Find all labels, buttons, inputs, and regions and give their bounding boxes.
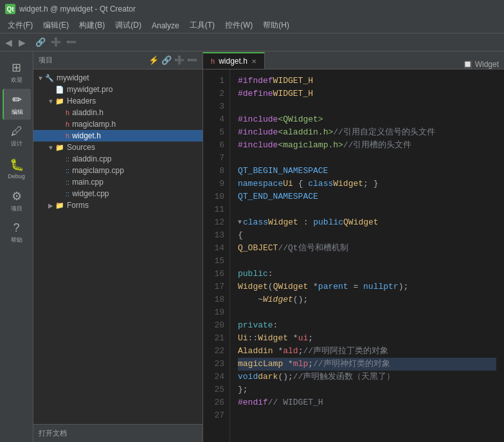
menu-item-d[interactable]: 调试(D)	[110, 19, 147, 32]
line-num-20: 20	[203, 319, 224, 332]
menu-item-w[interactable]: 控件(W)	[220, 19, 258, 32]
tab-close-btn[interactable]: ✕	[251, 58, 256, 65]
file-tree-header: 项目 ⚡ 🔗 ➕ ➖	[33, 51, 203, 69]
tree-item-aladdin_h[interactable]: h aladdin.h	[33, 107, 203, 118]
code-line-15	[238, 255, 496, 268]
toolbar-minus[interactable]: ➖	[64, 35, 78, 50]
nav-back[interactable]: ◀	[3, 36, 15, 49]
tree-file-icon-magiclamp.cpp: ::	[66, 167, 69, 174]
menu-item-t[interactable]: 工具(T)	[184, 19, 220, 32]
tree-label-aladdin.cpp: aladdin.cpp	[72, 154, 111, 163]
tree-item-magiclamp_cpp[interactable]: :: magiclamp.cpp	[33, 165, 203, 176]
tree-item-main_cpp[interactable]: :: main.cpp	[33, 176, 203, 188]
sidebar-btn-design[interactable]: 🖊设计	[3, 121, 31, 152]
right-panel-label: Widget	[475, 60, 499, 69]
code-line-25: };	[238, 383, 496, 396]
code-content[interactable]: #ifndef WIDGET_H#define WIDGET_H #includ…	[230, 69, 504, 442]
sidebar-btn-help[interactable]: ?帮助	[3, 217, 31, 248]
menu-item-b[interactable]: 构建(B)	[74, 19, 110, 32]
tree-label-widget.cpp: widget.cpp	[72, 189, 109, 198]
tree-arrow-Headers: ▼	[46, 98, 55, 105]
tree-item-mywidget[interactable]: ▼ 🔧 mywidget	[33, 72, 203, 84]
toolbar-link[interactable]: 🔗	[33, 35, 48, 50]
line-num-10: 10	[203, 190, 224, 203]
toolbar-icons: 🔗 ➕ ➖	[33, 35, 78, 50]
code-line-4: #include <QWidget>	[238, 113, 496, 126]
tree-arrow-mywidget: ▼	[36, 75, 45, 82]
editor-area: h widget.h ✕ 🔲 Widget 123456789101112131…	[203, 51, 504, 442]
line-num-24: 24	[203, 371, 224, 383]
sidebar-icon-welcome: ⊞	[12, 60, 21, 75]
tree-file-icon-mywidget: 🔧	[45, 74, 54, 82]
code-line-14: Q_OBJECT//Qt信号和槽机制	[238, 242, 496, 255]
menu-item-h[interactable]: 帮助(H)	[258, 19, 294, 32]
code-line-21: Ui::Widget *ui;	[238, 332, 496, 345]
link-icon[interactable]: 🔗	[161, 55, 172, 65]
line-num-18: 18	[203, 293, 224, 306]
sidebar-btn-project[interactable]: ⚙项目	[3, 185, 31, 216]
code-line-19	[238, 306, 496, 319]
tree-item-Forms[interactable]: ▶ 📁 Forms	[33, 199, 203, 211]
tree-arrow-Forms: ▶	[46, 202, 55, 209]
line-num-2: 2	[203, 87, 224, 100]
line-num-9: 9	[203, 178, 224, 190]
line-num-1: 1	[203, 75, 224, 87]
tree-label-Sources: Sources	[67, 143, 95, 152]
sidebar-label-edit: 编辑	[12, 108, 23, 116]
code-line-3	[238, 100, 496, 113]
tree-file-icon-widget.h: h	[66, 132, 69, 140]
nav-forward[interactable]: ▶	[16, 36, 28, 49]
add-icon[interactable]: ➕	[174, 55, 184, 65]
menu-item-f[interactable]: 文件(F)	[3, 19, 38, 32]
right-panel-icon: 🔲	[463, 60, 473, 69]
tree-item-Sources[interactable]: ▼ 📁 Sources	[33, 142, 203, 153]
toolbar-add[interactable]: ➕	[49, 35, 63, 50]
tree-label-mywidget: mywidget	[57, 73, 89, 82]
code-line-17: Widget(QWidget *parent = nullptr);	[238, 281, 496, 293]
code-line-5: #include<aladdin.h>//引用自定义信号的头文件	[238, 126, 496, 139]
tree-label-Headers: Headers	[67, 97, 96, 106]
file-tree-footer: 打开文档	[33, 424, 203, 442]
sidebar-icon-debug: 🐛	[10, 158, 24, 172]
sidebar-btn-welcome[interactable]: ⊞欢迎	[3, 57, 31, 87]
tree-item-widget_h[interactable]: h widget.h	[33, 130, 203, 142]
line-num-3: 3	[203, 100, 224, 113]
sidebar-btn-edit[interactable]: ✏编辑	[3, 89, 31, 120]
menu-item-e[interactable]: 编辑(E)	[38, 19, 74, 32]
tree-label-main.cpp: main.cpp	[72, 178, 104, 187]
sidebar-label-debug: Debug	[8, 173, 25, 180]
tab-label: widget.h	[219, 57, 248, 66]
code-line-6: #include<magiclamp.h>//引用槽的头文件	[238, 139, 496, 152]
line-num-14: 14	[203, 242, 224, 255]
sidebar-label-design: 设计	[11, 140, 22, 148]
sidebar-icon-edit: ✏	[12, 93, 22, 107]
tree-file-icon-magiclamp.h: h	[66, 120, 69, 128]
filter-icon[interactable]: ⚡	[148, 55, 159, 65]
tree-item-widget_cpp[interactable]: :: widget.cpp	[33, 188, 203, 199]
line-num-23: 23	[203, 358, 224, 371]
tab-widget-h[interactable]: h widget.h ✕	[203, 52, 265, 69]
tree-arrow-Sources: ▼	[46, 144, 55, 151]
menu-item-analyze[interactable]: Analyze	[147, 20, 184, 32]
tree-item-aladdin_cpp[interactable]: :: aladdin.cpp	[33, 153, 203, 165]
tree-item-mywidget_pro[interactable]: 📄 mywidget.pro	[33, 84, 203, 95]
code-line-8: QT_BEGIN_NAMESPACE	[238, 165, 496, 178]
tree-item-magiclamp_h[interactable]: h magiclamp.h	[33, 118, 203, 130]
app-icon: Qt	[5, 4, 15, 14]
code-editor: 1234567891011121314151617181920212223242…	[203, 69, 504, 442]
line-num-16: 16	[203, 268, 224, 281]
titlebar: Qt widget.h @ mywidget - Qt Creator	[0, 0, 504, 18]
line-num-27: 27	[203, 409, 224, 422]
left-sidebar: ⊞欢迎✏编辑🖊设计🐛Debug⚙项目?帮助	[0, 51, 33, 442]
line-num-4: 4	[203, 113, 224, 126]
tree-item-Headers[interactable]: ▼ 📁 Headers	[33, 95, 203, 107]
tree-file-icon-Headers: 📁	[55, 97, 64, 106]
nav-arrows: ◀ ▶	[3, 36, 28, 49]
tree-label-magiclamp.h: magiclamp.h	[72, 120, 116, 129]
sidebar-btn-debug[interactable]: 🐛Debug	[3, 153, 31, 184]
minus-icon[interactable]: ➖	[187, 55, 197, 65]
line-num-17: 17	[203, 281, 224, 293]
menubar: 文件(F)编辑(E)构建(B)调试(D)Analyze工具(T)控件(W)帮助(…	[0, 18, 504, 33]
tree-label-Forms: Forms	[67, 201, 89, 210]
tree-file-icon-Sources: 📁	[55, 143, 64, 152]
